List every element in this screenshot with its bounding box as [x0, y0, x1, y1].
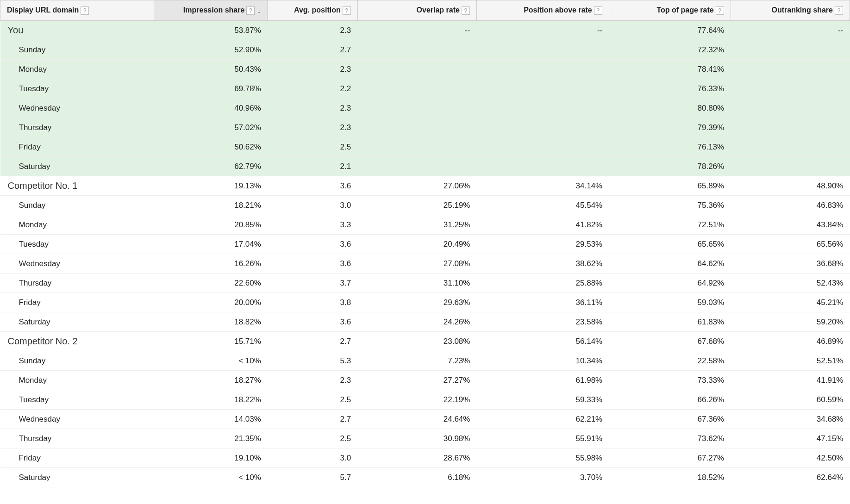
metric-cell: 48.90% — [731, 176, 850, 196]
column-header[interactable]: Position above rate? — [476, 0, 609, 21]
table-row[interactable]: Saturday62.79%2.178.26% — [0, 157, 850, 176]
metric-cell: 3.6 — [268, 176, 357, 196]
metric-cell: 7.23% — [357, 351, 476, 371]
table-row[interactable]: Wednesday40.96%2.380.80% — [0, 99, 850, 118]
metric-cell: 3.6 — [268, 254, 357, 274]
table-row[interactable]: Wednesday14.03%2.724.64%62.21%67.36%34.6… — [0, 410, 850, 429]
table-row[interactable]: Monday18.27%2.327.27%61.98%73.33%41.91% — [0, 371, 850, 390]
help-icon[interactable]: ? — [246, 6, 255, 15]
metric-cell: -- — [357, 21, 476, 40]
column-header[interactable]: Impression share?↓ — [154, 0, 268, 21]
metric-cell: 65.56% — [731, 235, 850, 254]
help-icon[interactable]: ? — [343, 6, 351, 15]
table-row[interactable]: Competitor No. 119.13%3.627.06%34.14%65.… — [0, 176, 850, 196]
metric-cell — [476, 40, 609, 60]
metric-cell — [476, 137, 609, 157]
metric-cell — [476, 118, 609, 137]
table-row[interactable]: Thursday21.35%2.530.98%55.91%73.62%47.15… — [0, 429, 850, 448]
metric-cell: 78.26% — [609, 157, 731, 176]
help-icon[interactable]: ? — [81, 6, 89, 15]
help-icon[interactable]: ? — [594, 6, 602, 15]
day-cell: Friday — [0, 293, 154, 312]
help-icon[interactable]: ? — [835, 6, 843, 15]
metric-cell: 3.8 — [268, 293, 357, 312]
metric-cell: 2.2 — [268, 79, 357, 99]
metric-cell: 45.21% — [731, 293, 850, 312]
help-icon[interactable]: ? — [462, 6, 470, 15]
day-cell: Saturday — [0, 157, 154, 176]
metric-cell: 29.63% — [357, 293, 476, 312]
metric-cell: 28.67% — [357, 448, 476, 468]
column-label: Position above rate — [524, 6, 592, 14]
metric-cell: 52.43% — [731, 274, 850, 293]
metric-cell: 46.83% — [731, 196, 850, 215]
column-header[interactable]: Top of page rate? — [609, 0, 731, 21]
metric-cell: 65.89% — [609, 176, 731, 196]
metric-cell: 55.98% — [476, 448, 609, 468]
table-row[interactable]: Saturday< 10%5.76.18%3.70%18.52%62.64% — [0, 468, 850, 487]
metric-cell: 22.58% — [609, 351, 731, 371]
table-row[interactable]: Monday50.43%2.378.41% — [0, 60, 850, 79]
table-row[interactable]: Tuesday69.78%2.276.33% — [0, 79, 850, 99]
metric-cell: 69.78% — [154, 79, 268, 99]
metric-cell: 2.3 — [268, 21, 357, 40]
metric-cell: 73.62% — [609, 429, 731, 448]
metric-cell: 2.5 — [268, 390, 357, 410]
metric-cell: 76.13% — [609, 137, 731, 157]
table-row[interactable]: Sunday18.21%3.025.19%45.54%75.36%46.83% — [0, 196, 850, 215]
metric-cell: 22.19% — [357, 390, 476, 410]
table-row[interactable]: Sunday< 10%5.37.23%10.34%22.58%52.51% — [0, 351, 850, 371]
column-header[interactable]: Display URL domain? — [0, 0, 154, 21]
column-header[interactable]: Outranking share? — [731, 0, 850, 21]
metric-cell: 73.33% — [609, 371, 731, 390]
metric-cell: -- — [731, 21, 850, 40]
column-header[interactable]: Overlap rate? — [357, 0, 476, 21]
table-row[interactable]: Friday20.00%3.829.63%36.11%59.03%45.21% — [0, 293, 850, 312]
table-row[interactable]: Tuesday17.04%3.620.49%29.53%65.65%65.56% — [0, 235, 850, 254]
metric-cell: 2.3 — [268, 371, 357, 390]
metric-cell — [731, 137, 850, 157]
day-cell: Saturday — [0, 468, 154, 487]
metric-cell: 80.80% — [609, 99, 731, 118]
table-row[interactable]: You53.87%2.3----77.64%-- — [0, 21, 850, 40]
day-cell: Wednesday — [0, 99, 154, 118]
table-row[interactable]: Saturday18.82%3.624.26%23.58%61.83%59.20… — [0, 312, 850, 332]
metric-cell: 40.96% — [154, 99, 268, 118]
column-label: Avg. position — [294, 6, 341, 14]
table-row[interactable]: Tuesday18.22%2.522.19%59.33%66.26%60.59% — [0, 390, 850, 410]
table-row[interactable]: Friday19.10%3.028.67%55.98%67.27%42.50% — [0, 448, 850, 468]
table-row[interactable]: Wednesday16.26%3.627.08%38.62%64.62%36.6… — [0, 254, 850, 274]
table-body: You53.87%2.3----77.64%--Sunday52.90%2.77… — [0, 21, 850, 487]
table-row[interactable]: Monday20.85%3.331.25%41.82%72.51%43.84% — [0, 215, 850, 235]
metric-cell: 38.62% — [476, 254, 609, 274]
column-header[interactable]: Avg. position? — [268, 0, 357, 21]
column-label: Outranking share — [772, 6, 833, 14]
metric-cell: 31.10% — [357, 274, 476, 293]
metric-cell — [357, 79, 476, 99]
table-row[interactable]: Friday50.62%2.576.13% — [0, 137, 850, 157]
metric-cell: 2.7 — [268, 40, 357, 60]
metric-cell: 2.5 — [268, 429, 357, 448]
metric-cell: 72.51% — [609, 215, 731, 235]
column-label: Impression share — [183, 6, 245, 14]
day-cell: Tuesday — [0, 390, 154, 410]
metric-cell: 2.3 — [268, 60, 357, 79]
metric-cell: 18.52% — [609, 468, 731, 487]
metric-cell — [476, 157, 609, 176]
table-row[interactable]: Thursday22.60%3.731.10%25.88%64.92%52.43… — [0, 274, 850, 293]
metric-cell: 56.14% — [476, 332, 609, 351]
metric-cell: 21.35% — [154, 429, 268, 448]
metric-cell — [357, 40, 476, 60]
table-row[interactable]: Competitor No. 215.71%2.723.08%56.14%67.… — [0, 332, 850, 351]
table-row[interactable]: Sunday52.90%2.772.32% — [0, 40, 850, 60]
day-cell: Thursday — [0, 429, 154, 448]
column-label: Top of page rate — [656, 6, 713, 14]
metric-cell: 65.65% — [609, 235, 731, 254]
metric-cell: 42.50% — [731, 448, 850, 468]
metric-cell — [357, 157, 476, 176]
metric-cell: 66.26% — [609, 390, 731, 410]
metric-cell: 16.26% — [154, 254, 268, 274]
help-icon[interactable]: ? — [716, 6, 724, 15]
domain-cell: Competitor No. 1 — [0, 176, 154, 196]
table-row[interactable]: Thursday57.02%2.379.39% — [0, 118, 850, 137]
